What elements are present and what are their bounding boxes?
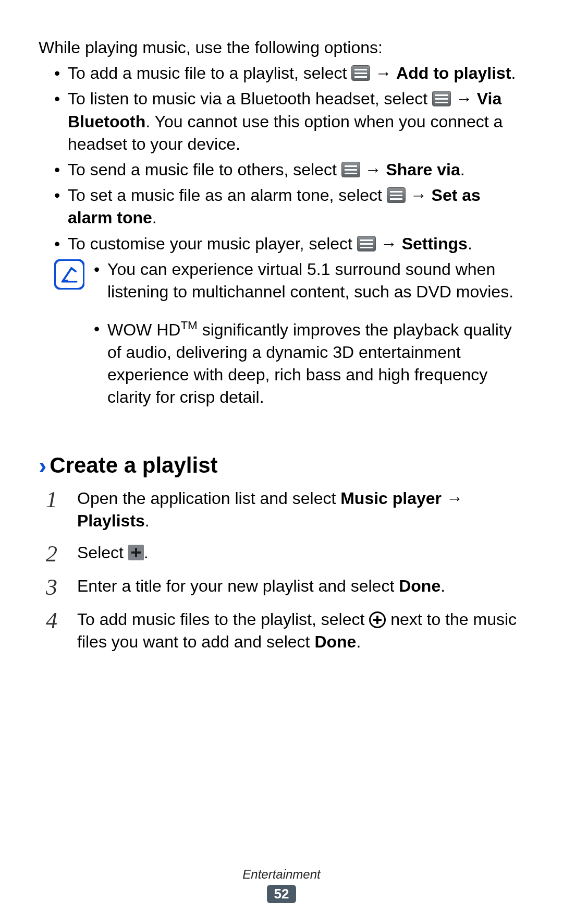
text: To send a music file to others, select (68, 160, 341, 179)
text: . (468, 234, 472, 253)
bold-text: Done (314, 632, 356, 651)
menu-icon (357, 236, 376, 251)
text: To set a music file as an alarm tone, se… (68, 186, 387, 205)
text: Open the application list and select (77, 489, 340, 508)
menu-icon (387, 187, 406, 203)
footer-section-name: Entertainment (0, 867, 563, 882)
menu-icon (432, 91, 451, 106)
text: . (356, 632, 361, 651)
bold-text: Share via (386, 160, 460, 179)
menu-icon (351, 65, 370, 81)
arrow-icon: → (365, 160, 382, 179)
circle-plus-icon (369, 611, 386, 628)
section-heading-create-playlist: ›Create a playlist (39, 449, 524, 482)
text: . (152, 208, 157, 227)
plus-icon (128, 545, 144, 560)
trademark: TM (180, 319, 197, 332)
intro-text: While playing music, use the following o… (39, 37, 524, 59)
bold-text: Settings (402, 234, 468, 253)
text: . (144, 543, 149, 562)
text: . (511, 64, 516, 82)
arrow-icon: → (410, 186, 427, 205)
bold-text: Music player (340, 489, 442, 508)
step-1: Open the application list and select Mus… (41, 487, 524, 532)
option-add-to-playlist: To add a music file to a playlist, selec… (54, 62, 524, 85)
options-list: To add a music file to a playlist, selec… (39, 62, 524, 255)
text: To add music files to the playlist, sele… (77, 610, 369, 629)
note-block: You can experience virtual 5.1 surround … (39, 258, 524, 424)
text: Select (77, 543, 128, 562)
step-4: To add music files to the playlist, sele… (41, 608, 524, 653)
steps-list: Open the application list and select Mus… (39, 487, 524, 654)
text: . (460, 160, 465, 179)
option-set-alarm-tone: To set a music file as an alarm tone, se… (54, 184, 524, 229)
bold-text: Done (399, 577, 440, 595)
text: To customise your music player, select (68, 234, 357, 253)
text: WOW HD (107, 320, 180, 339)
heading-text: Create a playlist (50, 453, 217, 477)
text: . (145, 511, 150, 530)
option-share-via: To send a music file to others, select →… (54, 159, 524, 181)
option-settings: To customise your music player, select →… (54, 233, 524, 255)
step-3: Enter a title for your new playlist and … (41, 575, 524, 599)
bold-text: Add to playlist (396, 64, 511, 82)
arrow-icon: → (375, 64, 391, 82)
note-icon (54, 259, 84, 290)
step-2: Select . (41, 542, 524, 566)
note-item-surround: You can experience virtual 5.1 surround … (94, 258, 524, 303)
note-item-wowhd: WOW HDTM significantly improves the play… (94, 318, 524, 409)
text: Enter a title for your new playlist and … (77, 577, 399, 595)
text: You can experience virtual 5.1 surround … (107, 260, 513, 301)
arrow-icon: → (381, 234, 397, 253)
text: To add a music file to a playlist, selec… (68, 64, 351, 82)
text: To listen to music via a Bluetooth heads… (68, 89, 432, 108)
chevron-icon: › (39, 452, 46, 479)
page-footer: Entertainment 52 (0, 867, 563, 903)
arrow-text: → (442, 489, 463, 508)
arrow-icon: → (456, 89, 472, 108)
option-via-bluetooth: To listen to music via a Bluetooth heads… (54, 88, 524, 155)
page-number: 52 (267, 885, 296, 903)
svg-rect-0 (55, 260, 84, 289)
bold-text: Playlists (77, 511, 145, 530)
menu-icon (341, 162, 360, 177)
text: . (440, 577, 445, 595)
